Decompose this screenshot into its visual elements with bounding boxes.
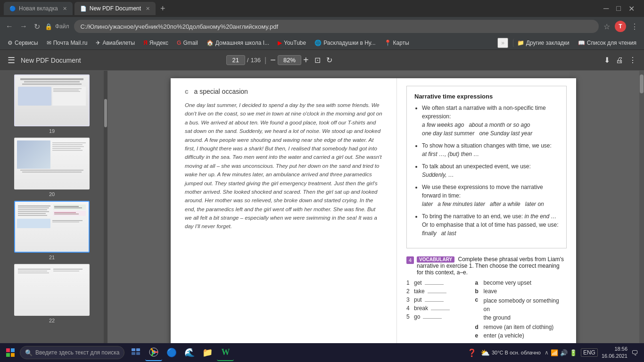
vocab-line-4: [431, 310, 450, 310]
vocab-letter-c: c: [475, 296, 482, 303]
vocab-number: 4 VOCABULARY Complete these phrasal verb…: [406, 256, 567, 276]
section-c-label: c c a special occasion a special occasio…: [185, 88, 382, 95]
weather-icon: ⛅: [480, 348, 490, 357]
bookmark-school-label: Домашняя школа І...: [215, 40, 269, 46]
pdf-menu-button[interactable]: ☰: [6, 53, 17, 67]
thumbnail-19[interactable]: 19: [4, 74, 100, 134]
tab1-close[interactable]: ✕: [63, 6, 67, 12]
pdf-zoom-out-button[interactable]: −: [270, 55, 276, 66]
taskbar-edge[interactable]: 🌊: [181, 344, 198, 361]
vocab-meaning-b: b leave: [475, 288, 567, 295]
bookmarks-bar: ⚙ Сервисы ✉ Почта Mail.ru ✈ Авиабилеты Я…: [0, 36, 644, 50]
minimize-button[interactable]: ─: [603, 4, 609, 13]
taskbar-chrome[interactable]: [145, 344, 162, 361]
bookmark-youtube[interactable]: ▶ YouTube: [274, 39, 310, 47]
task-view-icon: [131, 348, 140, 357]
notification-icon[interactable]: 🗨: [631, 349, 638, 357]
tab2-close[interactable]: ✕: [146, 6, 150, 12]
tray-arrow[interactable]: ∧: [545, 349, 549, 356]
network-icon[interactable]: 📶: [551, 349, 558, 356]
vocab-meaning-text-d: remove (an item of clothing): [484, 324, 554, 330]
vocab-verbs: 1 get 2 take 3: [406, 280, 468, 341]
bookmark-gmail-label: Gmail: [183, 40, 198, 46]
mail-icon: ✉: [47, 40, 51, 46]
new-tab-button[interactable]: +: [157, 4, 168, 14]
forward-button[interactable]: →: [18, 20, 29, 33]
main-scrollbar-thumb[interactable]: [640, 74, 644, 93]
vocab-line-5: [423, 318, 442, 319]
pdf-zoom-in-button[interactable]: +: [303, 55, 309, 66]
vocab-4-bullet: 4: [406, 256, 414, 264]
tab-1[interactable]: 🔵 Новая вкладка ✕: [4, 2, 73, 15]
tab-2[interactable]: 📄 New PDF Document ✕: [74, 2, 156, 15]
bookmark-maps[interactable]: 📍 Карты: [380, 39, 413, 47]
taskbar-cortana[interactable]: 🔵: [163, 344, 180, 361]
pdf-download-button[interactable]: ⬇: [602, 54, 612, 66]
clock-date: 16.06.2021: [602, 353, 627, 360]
narrative-bullets: We often start a narrative with a non-sp…: [422, 104, 559, 238]
clock[interactable]: 18:56 16.06.2021: [602, 346, 627, 360]
help-icon[interactable]: ❓: [467, 348, 477, 357]
close-button[interactable]: ✕: [628, 4, 635, 13]
bookmark-reading[interactable]: 📖 Список для чтения: [574, 39, 640, 47]
thumbnail-20[interactable]: 20: [4, 138, 100, 197]
bookmark-services[interactable]: ⚙ Сервисы: [4, 39, 42, 47]
bullet-4: We use these expressions to move the nar…: [422, 183, 559, 208]
bookmark-mail-label: Почта Mail.ru: [53, 40, 88, 46]
svg-rect-7: [136, 352, 140, 355]
taskbar-explorer[interactable]: 📁: [199, 344, 216, 361]
taskbar-word[interactable]: W: [217, 344, 234, 361]
bookmark-other[interactable]: 📁 Другие закладки: [513, 39, 573, 47]
profile-avatar[interactable]: T: [615, 21, 626, 32]
thumbnail-21[interactable]: 21: [4, 201, 100, 260]
gmail-icon: G: [177, 40, 181, 46]
vocab-section: 4 VOCABULARY Complete these phrasal verb…: [406, 256, 567, 341]
tab2-favicon: 📄: [80, 6, 87, 12]
vocab-row-1: 1 get: [406, 280, 468, 286]
bookmark-flights[interactable]: ✈ Авиабилеты: [92, 39, 139, 47]
bookmarks-more-button[interactable]: »: [497, 38, 508, 48]
vocab-letter-b: b: [475, 288, 482, 295]
bookmark-maps-label: Карты: [393, 40, 409, 46]
pdf-more-button[interactable]: ⋮: [627, 54, 638, 66]
pdf-page-input[interactable]: [226, 55, 245, 65]
main-scrollbar[interactable]: [639, 71, 644, 343]
address-input[interactable]: [74, 20, 599, 33]
lang-indicator[interactable]: ENG: [581, 348, 598, 357]
pdf-sidebar[interactable]: 19: [0, 71, 104, 343]
bookmark-star-button[interactable]: ☆: [602, 20, 612, 33]
lock-icon: 🔒: [45, 23, 52, 30]
bookmark-mail[interactable]: ✉ Почта Mail.ru: [43, 39, 91, 47]
pdf-main[interactable]: c c a special occasion a special occasio…: [107, 71, 639, 343]
pdf-print-button[interactable]: 🖨: [614, 54, 625, 66]
taskbar-search[interactable]: 🔍 Введите здесь текст для поиска: [20, 346, 124, 359]
vocab-line-2: [428, 293, 446, 293]
vocab-word-3: put: [414, 296, 422, 303]
sidebar-scrollbar-thumb[interactable]: [104, 99, 107, 127]
volume-icon[interactable]: 🔊: [560, 349, 568, 356]
weather-widget[interactable]: ⛅ 30°С В осн. облачно: [480, 348, 541, 357]
bookmark-reading-label: Список для чтения: [587, 40, 636, 46]
thumbnail-22[interactable]: 22: [4, 264, 100, 323]
maximize-button[interactable]: □: [616, 4, 621, 13]
vocab-meaning-text-b: leave: [484, 288, 497, 295]
pdf-fit-page-button[interactable]: ⊡: [313, 54, 322, 66]
settings-button[interactable]: ⋮: [629, 20, 640, 33]
bookmark-school[interactable]: 🏠 Домашняя школа І...: [203, 39, 273, 47]
bookmark-gmail[interactable]: G Gmail: [173, 39, 202, 47]
vocab-row-5: 5 go: [406, 313, 468, 320]
vocab-word-2: take: [414, 288, 425, 295]
battery-icon[interactable]: 🔋: [570, 349, 577, 356]
sidebar-scrollbar[interactable]: [104, 71, 107, 343]
bookmark-yandex[interactable]: Я Яндекс: [140, 39, 172, 47]
bullet-1: We often start a narrative with a non-sp…: [422, 104, 559, 138]
back-button[interactable]: ←: [4, 20, 15, 33]
windows-icon: [6, 348, 15, 357]
refresh-button[interactable]: ↻: [32, 20, 42, 33]
pdf-zoom-input[interactable]: [278, 55, 301, 65]
bookmark-raskladushki[interactable]: 🌐 Раскладушки в Ну...: [311, 39, 379, 47]
pdf-content: 19: [0, 71, 644, 343]
taskbar-task-view[interactable]: [127, 344, 144, 361]
start-button[interactable]: [2, 344, 19, 361]
pdf-rotate-button[interactable]: ↻: [324, 54, 334, 66]
